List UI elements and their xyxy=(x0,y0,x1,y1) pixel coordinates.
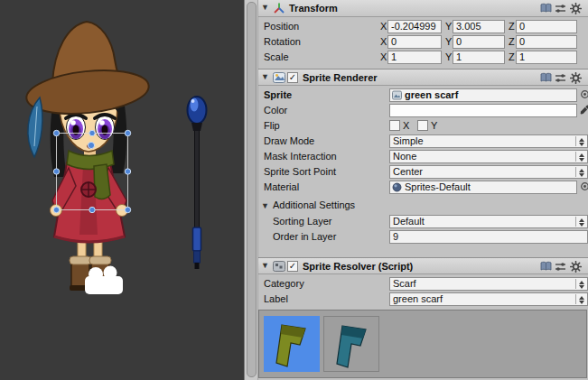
rotation-y-field[interactable]: 0 xyxy=(453,35,505,49)
flip-label: Flip xyxy=(264,120,280,131)
gear-icon[interactable] xyxy=(570,72,583,84)
position-z-field[interactable]: 0 xyxy=(516,20,577,33)
axis-z-label: Z xyxy=(509,21,515,32)
sprite-object-field[interactable]: green scarf xyxy=(389,88,577,102)
additional-settings-label: Additional Settings xyxy=(273,199,355,210)
foldout-icon[interactable]: ▼ xyxy=(261,201,269,210)
inspector-scrollbar[interactable] xyxy=(245,0,258,380)
object-picker-icon[interactable] xyxy=(580,181,588,191)
draw-mode-dropdown[interactable]: Simple xyxy=(389,134,588,148)
flip-row: Flip X Y xyxy=(258,118,588,134)
category-row: Category Scarf xyxy=(258,276,588,292)
position-label: Position xyxy=(264,21,299,32)
sprite-sort-point-value: Center xyxy=(393,166,423,177)
sprite-sort-point-label: Sprite Sort Point xyxy=(264,166,336,177)
rotation-label: Rotation xyxy=(264,36,301,47)
sprite-sort-point-row: Sprite Sort Point Center xyxy=(258,164,588,180)
flip-x-label: X xyxy=(403,120,409,131)
scale-y-field[interactable]: 1 xyxy=(453,51,505,64)
help-book-icon[interactable] xyxy=(540,3,553,14)
dropdown-arrow-icon xyxy=(579,285,584,289)
dropdown-separator xyxy=(575,279,576,289)
sprite-thumb-teal-scarf[interactable] xyxy=(323,316,379,372)
scale-label: Scale xyxy=(264,51,289,62)
sprite-resolver-preview xyxy=(258,310,587,378)
inspector-panel: ▼ Transform Position X -0. xyxy=(244,0,588,380)
label-value: green scarf xyxy=(393,293,443,304)
dropdown-separator xyxy=(575,152,576,162)
color-label: Color xyxy=(264,105,287,116)
scale-x-field[interactable]: 1 xyxy=(387,51,442,64)
eyedropper-icon[interactable] xyxy=(580,105,588,115)
unity-editor: ▼ Transform Position X -0. xyxy=(0,0,588,380)
sprite-pivot-handle[interactable] xyxy=(88,142,94,148)
axis-x-label: X xyxy=(380,21,387,32)
object-picker-icon[interactable] xyxy=(580,89,588,99)
additional-settings-foldout[interactable]: ▼ Additional Settings xyxy=(258,198,588,213)
presets-icon[interactable] xyxy=(555,3,567,14)
sorting-layer-label: Sorting Layer xyxy=(273,216,331,227)
gear-icon[interactable] xyxy=(570,3,583,14)
dropdown-arrow-icon xyxy=(579,138,584,142)
sprite-resolver-icon xyxy=(273,260,285,273)
foldout-icon[interactable]: ▼ xyxy=(261,261,269,270)
transform-header[interactable]: ▼ Transform xyxy=(258,0,588,17)
material-label: Material xyxy=(264,181,299,192)
presets-icon[interactable] xyxy=(555,72,567,84)
draw-mode-row: Draw Mode Simple xyxy=(258,134,588,149)
mask-interaction-row: Mask Interaction None xyxy=(258,149,588,164)
component-enabled-checkbox[interactable]: ✓ xyxy=(287,72,298,83)
sprite-sort-point-dropdown[interactable]: Center xyxy=(389,165,588,179)
scene-canvas[interactable] xyxy=(0,0,244,380)
dropdown-separator xyxy=(575,217,576,227)
foldout-icon[interactable]: ▼ xyxy=(261,72,269,81)
sprite-resolver-header[interactable]: ▼ ✓ Sprite Resolver (Script) xyxy=(258,257,588,274)
position-x-field[interactable]: -0.204999 xyxy=(387,20,442,33)
category-label: Category xyxy=(264,278,304,289)
dropdown-arrow-icon xyxy=(579,169,584,172)
teal-scarf-thumbnail xyxy=(324,317,380,373)
component-enabled-checkbox[interactable]: ✓ xyxy=(287,261,298,272)
scrollbar-thumb[interactable] xyxy=(247,2,257,377)
scale-row: Scale X 1 Y 1 Z 1 xyxy=(258,50,588,65)
dropdown-arrow-icon xyxy=(579,301,584,304)
category-dropdown[interactable]: Scarf xyxy=(389,277,588,291)
scene-view[interactable] xyxy=(0,0,244,380)
dropdown-arrow-icon xyxy=(579,281,584,284)
rotation-x-field[interactable]: 0 xyxy=(387,35,442,49)
label-row: Label green scarf xyxy=(258,292,588,307)
axis-y-label: Y xyxy=(445,51,452,62)
mask-interaction-value: None xyxy=(393,151,416,162)
axis-y-label: Y xyxy=(445,21,452,32)
scene-background xyxy=(0,0,244,380)
foldout-icon[interactable]: ▼ xyxy=(261,3,269,12)
color-swatch[interactable] xyxy=(389,104,577,117)
flip-y-checkbox[interactable] xyxy=(417,120,428,131)
dropdown-arrow-icon xyxy=(579,153,584,157)
gear-icon[interactable] xyxy=(570,261,583,273)
sprite-mini-icon xyxy=(392,90,402,100)
color-row: Color xyxy=(258,103,588,118)
help-book-icon[interactable] xyxy=(540,261,553,273)
flip-x-checkbox[interactable] xyxy=(389,120,400,131)
sprite-thumb-green-scarf[interactable] xyxy=(264,316,320,372)
dropdown-separator xyxy=(575,136,576,146)
order-in-layer-field[interactable]: 9 xyxy=(389,230,588,244)
sprite-renderer-header[interactable]: ▼ ✓ Sprite Renderer xyxy=(258,69,588,86)
mask-interaction-dropdown[interactable]: None xyxy=(389,150,588,163)
help-book-icon[interactable] xyxy=(540,72,553,84)
rotation-z-field[interactable]: 0 xyxy=(516,35,577,49)
sprite-renderer-icon xyxy=(273,71,285,84)
scale-z-field[interactable]: 1 xyxy=(516,51,577,64)
material-object-field[interactable]: Sprites-Default xyxy=(389,181,577,194)
sprite-label: Sprite xyxy=(264,89,292,100)
dropdown-separator xyxy=(575,167,576,177)
component-title: Sprite Renderer xyxy=(303,72,378,83)
component-title: Transform xyxy=(289,3,338,14)
dropdown-arrow-icon xyxy=(579,296,584,300)
sorting-layer-dropdown[interactable]: Default xyxy=(389,215,588,228)
dropdown-separator xyxy=(575,294,576,304)
position-y-field[interactable]: 3.005 xyxy=(453,20,505,33)
label-dropdown[interactable]: green scarf xyxy=(389,292,588,306)
presets-icon[interactable] xyxy=(555,261,567,273)
